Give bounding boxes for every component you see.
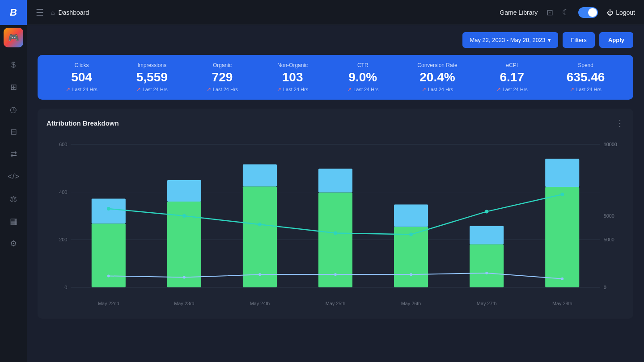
- layout-icon-button[interactable]: ⊡: [547, 8, 553, 17]
- sidebar-item-blocks[interactable]: ▦: [0, 210, 27, 232]
- stat-item: Organic 729 ↗ Last 24 Hrs: [207, 62, 238, 93]
- svg-point-42: [107, 274, 110, 277]
- stat-item: Spend 635.46 ↗ Last 24 Hrs: [567, 62, 605, 93]
- home-icon: ⌂: [51, 9, 55, 16]
- sidebar-item-settings[interactable]: ⚙: [0, 232, 27, 255]
- apply-button[interactable]: Apply: [599, 32, 633, 48]
- svg-text:5000: 5000: [604, 237, 614, 242]
- sidebar-item-dollar[interactable]: $: [0, 54, 27, 76]
- stat-value: 6.17: [500, 70, 525, 84]
- stat-label: eCPI: [506, 62, 518, 68]
- trend-arrow-icon: ↗: [422, 86, 426, 93]
- svg-rect-23: [318, 193, 352, 287]
- svg-rect-21: [243, 164, 277, 187]
- svg-text:10000: 10000: [604, 142, 617, 147]
- stat-value: 729: [212, 70, 233, 84]
- stat-value: 635.46: [567, 70, 605, 84]
- svg-point-47: [485, 272, 488, 274]
- svg-point-36: [182, 214, 186, 218]
- trend-arrow-icon: ↗: [277, 86, 281, 93]
- trend-arrow-icon: ↗: [136, 86, 141, 93]
- date-range-picker[interactable]: May 22, 2023 - May 28, 2023 ▾: [462, 32, 558, 48]
- stat-trend: ↗ Last 24 Hrs: [66, 86, 97, 93]
- svg-point-46: [410, 273, 412, 276]
- sidebar-item-folder[interactable]: ⊟: [0, 121, 27, 143]
- svg-text:May 24th: May 24th: [250, 301, 270, 306]
- stat-trend-text: Last 24 Hrs: [576, 87, 601, 92]
- chart-section: Attribution Breakdown ⋮ 6001000040020050…: [38, 109, 633, 319]
- logout-button[interactable]: ⏻ Logout: [607, 9, 635, 16]
- theme-toggle[interactable]: [578, 7, 598, 18]
- svg-text:0: 0: [604, 285, 606, 290]
- svg-point-38: [334, 231, 337, 235]
- filters-button[interactable]: Filters: [563, 32, 594, 48]
- svg-text:May 25th: May 25th: [326, 301, 346, 306]
- stat-trend: ↗ Last 24 Hrs: [347, 86, 378, 93]
- svg-text:0: 0: [64, 285, 67, 290]
- stat-item: eCPI 6.17 ↗ Last 24 Hrs: [496, 62, 528, 93]
- stat-trend-text: Last 24 Hrs: [353, 87, 378, 92]
- svg-point-40: [485, 210, 488, 213]
- stat-trend-text: Last 24 Hrs: [428, 87, 453, 92]
- svg-point-41: [560, 193, 564, 196]
- stat-value: 103: [282, 70, 303, 84]
- stat-trend: ↗ Last 24 Hrs: [422, 86, 453, 93]
- stat-item: CTR 9.0% ↗ Last 24 Hrs: [347, 62, 378, 93]
- sidebar-item-grid[interactable]: ⊞: [0, 76, 27, 98]
- svg-point-39: [409, 233, 413, 236]
- sidebar-item-code[interactable]: </>: [0, 165, 27, 188]
- sidebar-item-balance[interactable]: ⚖: [0, 188, 27, 210]
- moon-icon-button[interactable]: ☾: [562, 8, 569, 17]
- topnav-right: Game Library ⊡ ☾ ⏻ Logout: [500, 7, 635, 18]
- game-icon: 🎮: [4, 28, 23, 47]
- svg-point-43: [183, 276, 186, 279]
- stat-value: 20.4%: [419, 70, 455, 84]
- stat-trend-text: Last 24 Hrs: [72, 87, 97, 92]
- stat-trend-text: Last 24 Hrs: [143, 87, 168, 92]
- svg-rect-27: [394, 204, 428, 227]
- main-content: ☰ ⌂ Dashboard Game Library ⊡ ☾ ⏻ Logout …: [27, 0, 644, 362]
- chart-menu-button[interactable]: ⋮: [615, 118, 624, 128]
- svg-rect-30: [470, 226, 504, 244]
- svg-text:200: 200: [59, 237, 67, 242]
- stat-label: Spend: [578, 62, 593, 68]
- stat-trend: ↗ Last 24 Hrs: [136, 86, 168, 93]
- svg-text:May 22nd: May 22nd: [98, 301, 119, 306]
- stat-label: Clicks: [75, 62, 89, 68]
- sidebar-item-link[interactable]: ⇄: [0, 143, 27, 165]
- chart-header: Attribution Breakdown ⋮: [47, 118, 624, 128]
- trend-arrow-icon: ↗: [66, 86, 70, 93]
- date-range-label: May 22, 2023 - May 28, 2023: [470, 37, 545, 43]
- stats-card: Clicks 504 ↗ Last 24 Hrs Impressions 5,5…: [38, 55, 633, 100]
- page-content: May 22, 2023 - May 28, 2023 ▾ Filters Ap…: [27, 25, 644, 362]
- hamburger-button[interactable]: ☰: [36, 7, 44, 18]
- stat-trend-text: Last 24 Hrs: [503, 87, 528, 92]
- game-library-link[interactable]: Game Library: [500, 9, 538, 16]
- svg-rect-32: [545, 187, 579, 287]
- svg-text:May 23rd: May 23rd: [174, 301, 194, 306]
- stat-trend: ↗ Last 24 Hrs: [207, 86, 238, 93]
- svg-text:400: 400: [59, 189, 67, 195]
- svg-rect-29: [470, 244, 504, 287]
- stat-label: CTR: [357, 62, 369, 68]
- breadcrumb: ⌂ Dashboard: [51, 9, 89, 16]
- breadcrumb-text: Dashboard: [58, 9, 89, 16]
- chart-container: 600100004002005000001000050000May 22ndMa…: [47, 135, 624, 310]
- sidebar-item-clock[interactable]: ◷: [0, 98, 27, 121]
- logout-label: Logout: [616, 9, 635, 16]
- svg-text:May 26th: May 26th: [401, 301, 421, 306]
- logo-letter: B: [10, 7, 17, 18]
- svg-rect-24: [318, 168, 352, 192]
- svg-point-37: [258, 223, 262, 226]
- svg-point-48: [561, 278, 564, 280]
- svg-rect-18: [167, 180, 201, 202]
- trend-arrow-icon: ↗: [207, 86, 211, 93]
- stat-value: 5,559: [136, 70, 168, 84]
- stat-trend: ↗ Last 24 Hrs: [570, 86, 601, 93]
- stat-trend-text: Last 24 Hrs: [213, 87, 238, 92]
- stat-label: Conversion Rate: [417, 62, 457, 68]
- svg-text:600: 600: [59, 142, 67, 147]
- sidebar-logo[interactable]: B: [0, 0, 27, 25]
- stat-trend-text: Last 24 Hrs: [283, 87, 308, 92]
- filter-bar: May 22, 2023 - May 28, 2023 ▾ Filters Ap…: [38, 32, 633, 48]
